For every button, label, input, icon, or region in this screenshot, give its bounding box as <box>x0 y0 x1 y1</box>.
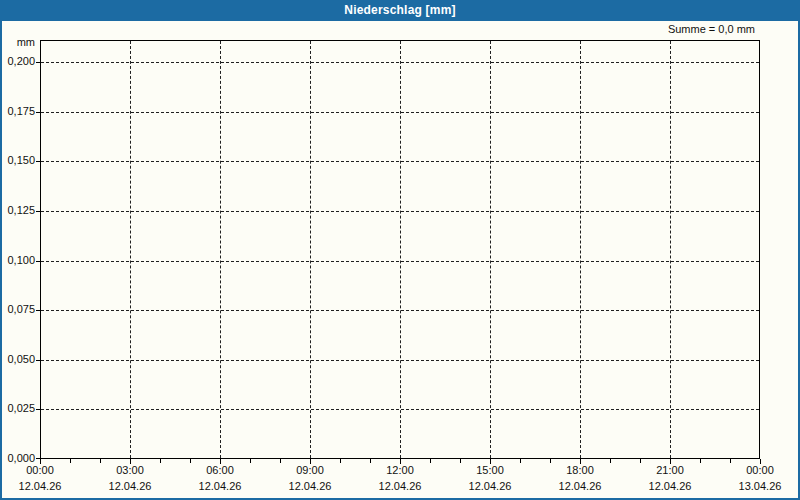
y-axis-tick <box>36 261 40 262</box>
y-axis-tick-label: 0,025 <box>0 402 35 414</box>
x-axis-minor-tick <box>280 459 281 463</box>
x-axis-date-label: 12.04.26 <box>458 480 522 492</box>
x-axis-minor-tick <box>550 459 551 463</box>
x-axis-date-label: 12.04.26 <box>98 480 162 492</box>
x-axis-date-label: 12.04.26 <box>188 480 252 492</box>
x-axis-time-label: 21:00 <box>638 464 702 476</box>
y-axis-tick <box>36 409 40 410</box>
plot-area <box>40 40 760 459</box>
v-gridline <box>670 41 671 458</box>
x-axis-minor-tick <box>190 459 191 463</box>
x-axis-minor-tick <box>100 459 101 463</box>
v-gridline <box>490 41 491 458</box>
x-axis-date-label: 12.04.26 <box>278 480 342 492</box>
x-axis-minor-tick <box>70 459 71 463</box>
x-axis-major-tick <box>490 459 491 464</box>
y-axis-tick <box>36 112 40 113</box>
x-axis-time-label: 18:00 <box>548 464 612 476</box>
x-axis-minor-tick <box>730 459 731 463</box>
y-axis-tick <box>36 211 40 212</box>
x-axis-date-label: 12.04.26 <box>368 480 432 492</box>
x-axis-time-label: 03:00 <box>98 464 162 476</box>
chart-title-bar: Niederschlag [mm] <box>0 0 800 21</box>
y-axis-tick-label: 0,175 <box>0 105 35 117</box>
x-axis-major-tick <box>310 459 311 464</box>
y-axis-tick <box>36 161 40 162</box>
x-axis-time-label: 00:00 <box>8 464 72 476</box>
chart-window: Niederschlag [mm] Summe = 0,0 mm mm 00:0… <box>0 0 800 500</box>
y-axis-tick-label: 0,200 <box>0 55 35 67</box>
x-axis-time-label: 00:00 <box>728 464 792 476</box>
v-gridline <box>130 41 131 458</box>
v-gridline <box>400 41 401 458</box>
x-axis-minor-tick <box>370 459 371 463</box>
x-axis-time-label: 06:00 <box>188 464 252 476</box>
x-axis-minor-tick <box>160 459 161 463</box>
x-axis-minor-tick <box>340 459 341 463</box>
y-axis-tick-label: 0,150 <box>0 154 35 166</box>
x-axis-minor-tick <box>430 459 431 463</box>
x-axis-time-label: 15:00 <box>458 464 522 476</box>
x-axis-date-label: 12.04.26 <box>638 480 702 492</box>
x-axis-minor-tick <box>610 459 611 463</box>
x-axis-time-label: 09:00 <box>278 464 342 476</box>
y-axis-tick-label: 0,125 <box>0 204 35 216</box>
x-axis-date-label: 12.04.26 <box>8 480 72 492</box>
x-axis-minor-tick <box>460 459 461 463</box>
x-axis-major-tick <box>400 459 401 464</box>
y-axis-tick-label: 0,000 <box>0 452 35 464</box>
v-gridline <box>220 41 221 458</box>
sum-label: Summe = 0,0 mm <box>668 23 755 35</box>
x-axis-time-label: 12:00 <box>368 464 432 476</box>
y-axis-tick-label: 0,050 <box>0 353 35 365</box>
y-axis-tick <box>36 360 40 361</box>
x-axis-major-tick <box>40 459 41 464</box>
x-axis-minor-tick <box>700 459 701 463</box>
v-gridline <box>580 41 581 458</box>
y-axis-tick-label: 0,100 <box>0 254 35 266</box>
y-axis-tick <box>36 310 40 311</box>
x-axis-major-tick <box>760 459 761 464</box>
y-axis-tick-label: 0,075 <box>0 303 35 315</box>
x-axis-date-label: 13.04.26 <box>728 480 792 492</box>
y-axis-unit-label: mm <box>0 36 35 48</box>
x-axis-date-label: 12.04.26 <box>548 480 612 492</box>
x-axis-major-tick <box>580 459 581 464</box>
x-axis-minor-tick <box>250 459 251 463</box>
x-axis-major-tick <box>130 459 131 464</box>
x-axis-major-tick <box>220 459 221 464</box>
x-axis-major-tick <box>670 459 671 464</box>
y-axis-tick <box>36 62 40 63</box>
x-axis-minor-tick <box>520 459 521 463</box>
v-gridline <box>310 41 311 458</box>
x-axis-minor-tick <box>640 459 641 463</box>
